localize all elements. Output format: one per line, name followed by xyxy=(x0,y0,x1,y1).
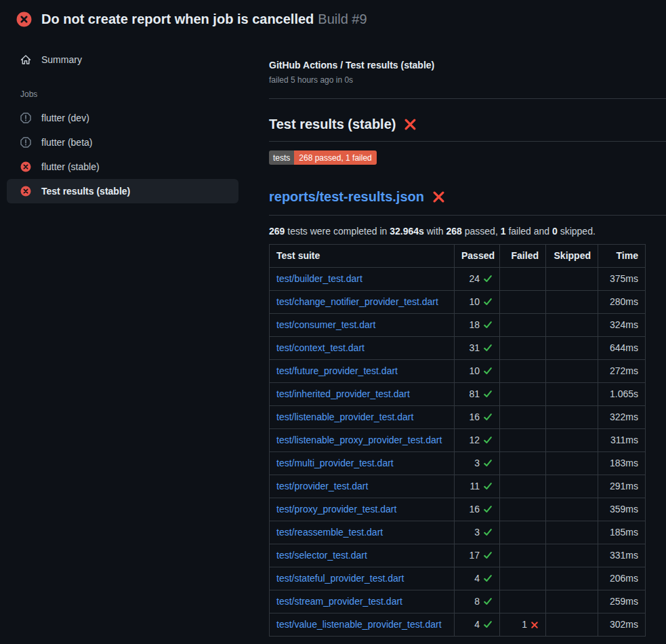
time-cell: 272ms xyxy=(598,360,646,383)
suite-link[interactable]: test/change_notifier_provider_test.dart xyxy=(276,296,438,307)
sidebar-item-summary[interactable]: Summary xyxy=(7,47,238,72)
col-time: Time xyxy=(598,245,646,268)
suite-cell: test/future_provider_test.dart xyxy=(270,360,455,383)
suite-cell: test/stateful_provider_test.dart xyxy=(270,567,455,590)
passed-cell: 17 xyxy=(455,544,500,567)
duration: 32.964s xyxy=(390,226,424,237)
suite-link[interactable]: test/inherited_provider_test.dart xyxy=(276,388,410,399)
skipped-cell xyxy=(546,613,598,637)
sidebar-item-job[interactable]: flutter (beta) xyxy=(7,130,238,155)
badge-label: tests xyxy=(269,150,294,165)
table-row: test/stream_provider_test.dart 8 259ms xyxy=(270,590,646,613)
col-test-suite: Test suite xyxy=(270,245,455,268)
table-row: test/provider_test.dart 11 291ms xyxy=(270,475,646,498)
table-row: test/selector_test.dart 17 331ms xyxy=(270,544,646,567)
suite-link[interactable]: test/provider_test.dart xyxy=(276,481,368,491)
check-icon xyxy=(483,504,493,514)
report-link[interactable]: reports/test-results.json xyxy=(269,189,424,205)
table-row: test/context_test.dart 31 644ms xyxy=(270,337,646,360)
suite-link[interactable]: test/stream_provider_test.dart xyxy=(276,596,402,607)
suite-link[interactable]: test/multi_provider_test.dart xyxy=(276,458,394,468)
results-table-body: test/builder_test.dart 24 375ms test/cha… xyxy=(270,268,646,637)
passed-cell: 12 xyxy=(455,429,500,452)
check-icon xyxy=(483,343,493,353)
time-cell: 1.065s xyxy=(598,383,646,406)
table-row: test/consumer_test.dart 18 324ms xyxy=(270,314,646,337)
check-icon xyxy=(483,435,493,445)
skipped-cell xyxy=(546,406,598,429)
suite-link[interactable]: test/value_listenable_provider_test.dart xyxy=(276,619,442,630)
passed-cell: 16 xyxy=(455,498,500,521)
time-cell: 183ms xyxy=(598,452,646,475)
check-icon xyxy=(483,458,493,468)
table-row: test/reassemble_test.dart 3 185ms xyxy=(270,521,646,544)
suite-link[interactable]: test/consumer_test.dart xyxy=(276,319,375,330)
failed-cell xyxy=(500,475,546,498)
divider xyxy=(269,215,666,216)
skipped-cell xyxy=(546,567,598,590)
failed-count: 1 xyxy=(501,226,506,237)
total-count: 269 xyxy=(269,226,285,237)
suite-link[interactable]: test/selector_test.dart xyxy=(276,550,367,561)
check-icon xyxy=(483,389,493,399)
section-title-text: Test results (stable) xyxy=(269,117,396,132)
tests-badge: tests 268 passed, 1 failed xyxy=(269,150,377,165)
col-failed: Failed xyxy=(500,245,546,268)
time-cell: 185ms xyxy=(598,521,646,544)
suite-cell: test/builder_test.dart xyxy=(270,268,455,291)
col-passed: Passed xyxy=(455,245,500,268)
time-cell: 324ms xyxy=(598,314,646,337)
passed-cell: 10 xyxy=(455,291,500,314)
failed-cell xyxy=(500,590,546,613)
suite-link[interactable]: test/listenable_proxy_provider_test.dart xyxy=(276,435,442,445)
suite-link[interactable]: test/proxy_provider_test.dart xyxy=(276,504,396,515)
passed-cell: 3 xyxy=(455,521,500,544)
suite-link[interactable]: test/reassemble_test.dart xyxy=(276,527,383,538)
check-icon xyxy=(483,274,493,283)
sidebar-item-job[interactable]: flutter (dev) xyxy=(7,106,238,130)
time-cell: 322ms xyxy=(598,406,646,429)
results-table: Test suite Passed Failed Skipped Time te… xyxy=(269,244,646,637)
skipped-cell xyxy=(546,314,598,337)
stop-icon xyxy=(20,137,31,148)
passed-cell: 18 xyxy=(455,314,500,337)
suite-cell: test/stream_provider_test.dart xyxy=(270,590,455,613)
suite-link[interactable]: test/stateful_provider_test.dart xyxy=(276,573,404,584)
suite-cell: test/proxy_provider_test.dart xyxy=(270,498,455,521)
check-icon xyxy=(483,573,493,583)
skipped-cell xyxy=(546,498,598,521)
failed-x-icon xyxy=(432,190,445,203)
table-row: test/value_listenable_provider_test.dart… xyxy=(270,613,646,637)
suite-link[interactable]: test/future_provider_test.dart xyxy=(276,365,398,376)
suite-link[interactable]: test/builder_test.dart xyxy=(276,273,362,284)
sidebar: Summary Jobs flutter (dev) flutter (beta… xyxy=(0,35,269,203)
time-cell: 259ms xyxy=(598,590,646,613)
suite-cell: test/inherited_provider_test.dart xyxy=(270,383,455,406)
suite-link[interactable]: test/context_test.dart xyxy=(276,342,365,353)
skipped-cell xyxy=(546,452,598,475)
jobs-section-label: Jobs xyxy=(0,75,269,106)
skipped-count: 0 xyxy=(552,226,558,237)
failed-cell xyxy=(500,314,546,337)
time-cell: 359ms xyxy=(598,498,646,521)
time-cell: 311ms xyxy=(598,429,646,452)
failed-cell: 1 xyxy=(500,613,546,637)
check-icon xyxy=(483,527,493,537)
table-row: test/multi_provider_test.dart 3 183ms xyxy=(270,452,646,475)
main-content: GitHub Actions / Test results (stable) f… xyxy=(269,35,666,637)
check-icon xyxy=(483,620,493,629)
table-row: test/stateful_provider_test.dart 4 206ms xyxy=(270,567,646,590)
sidebar-item-job[interactable]: Test results (stable) xyxy=(7,179,238,203)
check-icon xyxy=(483,597,493,606)
sidebar-item-job[interactable]: flutter (stable) xyxy=(7,155,238,179)
suite-link[interactable]: test/listenable_provider_test.dart xyxy=(276,411,413,422)
check-icon xyxy=(483,366,493,376)
check-icon xyxy=(483,297,493,306)
skipped-cell xyxy=(546,291,598,314)
failed-cell xyxy=(500,268,546,291)
passed-cell: 10 xyxy=(455,360,500,383)
table-row: test/listenable_provider_test.dart 16 32… xyxy=(270,406,646,429)
failed-cell xyxy=(500,521,546,544)
sidebar-item-label: Summary xyxy=(41,54,82,65)
skipped-cell xyxy=(546,429,598,452)
